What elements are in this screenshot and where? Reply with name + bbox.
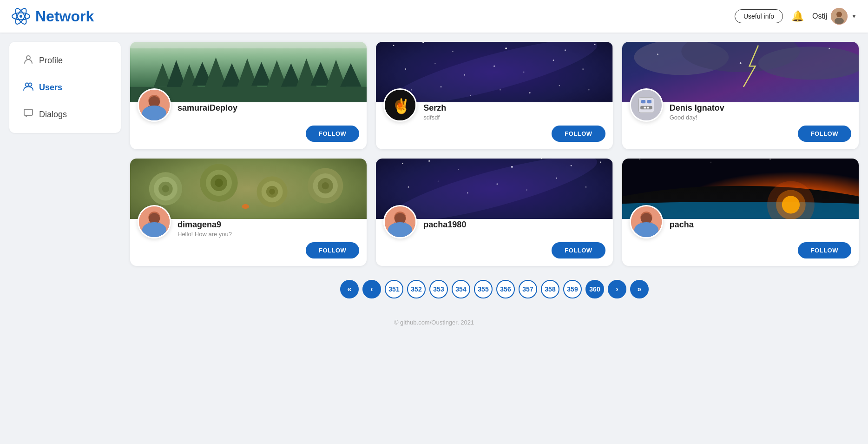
svg-point-36: [506, 47, 507, 49]
card-username: samuraiDeploy: [178, 103, 237, 113]
sidebar-item-dialogs[interactable]: Dialogs: [13, 101, 117, 127]
card-body: samuraiDeploy FOLLOW: [130, 88, 367, 149]
card-user-info: pacha: [670, 205, 694, 230]
svg-rect-68: [641, 100, 645, 103]
first-page-button[interactable]: «: [340, 280, 359, 298]
card-user-info: samuraiDeploy: [178, 88, 237, 113]
page-button-357[interactable]: 357: [519, 280, 537, 298]
react-logo-icon: [11, 7, 31, 26]
svg-rect-72: [647, 107, 649, 109]
svg-point-52: [559, 85, 560, 86]
footer: © github.com/Oustinger, 2021: [0, 308, 868, 337]
svg-point-93: [145, 231, 164, 239]
useful-info-button[interactable]: Useful info: [735, 9, 783, 23]
card-profile-area: pacha: [630, 205, 851, 239]
svg-point-102: [600, 161, 602, 163]
page-button-351[interactable]: 351: [385, 280, 403, 298]
prev-page-button[interactable]: ‹: [362, 280, 381, 298]
app-header: Network Useful info 🔔 Ostij ▼: [0, 0, 868, 33]
svg-point-29: [148, 95, 160, 107]
svg-point-85: [269, 189, 275, 195]
svg-rect-71: [644, 107, 646, 109]
svg-point-112: [394, 212, 406, 224]
svg-point-103: [408, 186, 409, 188]
svg-point-46: [583, 68, 584, 70]
follow-button[interactable]: FOLLOW: [306, 126, 359, 142]
users-grid: samuraiDeploy FOLLOW: [130, 42, 859, 266]
page-button-356[interactable]: 356: [496, 280, 515, 298]
svg-point-127: [637, 231, 655, 239]
main-layout: Profile Users Dialogs: [0, 33, 868, 308]
next-page-button[interactable]: ›: [608, 280, 626, 298]
card-username: Serzh: [423, 103, 446, 113]
svg-point-58: [398, 103, 403, 108]
logo[interactable]: Network: [11, 7, 94, 26]
card-user-info: pacha1980: [423, 205, 466, 230]
chevron-down-icon: ▼: [851, 13, 857, 20]
card-follow-row: FOLLOW: [138, 126, 359, 142]
card-follow-row: FOLLOW: [630, 126, 851, 142]
card-avatar: [383, 205, 417, 239]
card-username: dimagena9: [178, 220, 232, 230]
sidebar-users-label: Users: [39, 83, 62, 93]
card-body: dimagena9 Hello! How are you? FOLLOW: [130, 205, 367, 266]
card-status: sdfsdf: [423, 114, 446, 121]
svg-point-28: [139, 90, 170, 120]
svg-point-3: [20, 15, 22, 18]
svg-point-109: [585, 186, 587, 188]
page-button-358[interactable]: 358: [541, 280, 559, 298]
card-profile-area: pacha1980: [383, 205, 605, 239]
user-card: ✌️ Serzh sdfsdf FOLLOW: [376, 42, 612, 149]
bell-icon[interactable]: 🔔: [791, 10, 804, 22]
card-follow-row: FOLLOW: [383, 242, 605, 258]
svg-point-91: [139, 206, 170, 237]
card-user-info: dimagena9 Hello! How are you?: [178, 205, 232, 238]
svg-rect-27: [130, 42, 367, 48]
app-title: Network: [35, 8, 94, 25]
card-follow-row: FOLLOW: [630, 242, 851, 258]
sidebar-item-profile[interactable]: Profile: [13, 47, 117, 73]
svg-point-7: [26, 56, 30, 60]
card-avatar: [630, 88, 663, 122]
svg-point-126: [640, 212, 652, 224]
last-page-button[interactable]: »: [630, 280, 649, 298]
svg-rect-10: [24, 109, 33, 115]
user-avatar: [831, 8, 848, 25]
card-avatar: [138, 88, 171, 122]
page-button-359[interactable]: 359: [563, 280, 582, 298]
card-status: Good day!: [670, 114, 724, 121]
user-card: pacha FOLLOW: [622, 159, 859, 266]
sidebar-item-users[interactable]: Users: [13, 74, 117, 100]
card-profile-area: samuraiDeploy: [138, 88, 359, 122]
follow-button[interactable]: FOLLOW: [798, 242, 851, 258]
svg-rect-69: [647, 100, 651, 103]
page-button-360[interactable]: 360: [585, 280, 604, 298]
card-body: ✌️ Serzh sdfsdf FOLLOW: [376, 88, 612, 149]
svg-point-113: [391, 231, 409, 239]
follow-button[interactable]: FOLLOW: [552, 126, 605, 142]
svg-point-9: [29, 83, 32, 86]
footer-text: © github.com/Oustinger, 2021: [394, 319, 474, 326]
follow-button[interactable]: FOLLOW: [552, 242, 605, 258]
user-menu[interactable]: Ostij ▼: [812, 8, 857, 25]
card-follow-row: FOLLOW: [138, 242, 359, 258]
follow-button[interactable]: FOLLOW: [798, 126, 851, 142]
card-follow-row: FOLLOW: [383, 126, 605, 142]
card-status: Hello! How are you?: [178, 231, 232, 238]
page-button-355[interactable]: 355: [474, 280, 493, 298]
svg-point-81: [215, 179, 223, 187]
sidebar-profile-label: Profile: [39, 56, 63, 66]
follow-button[interactable]: FOLLOW: [306, 242, 359, 258]
card-body: pacha1980 FOLLOW: [376, 205, 612, 266]
sidebar-dialogs-label: Dialogs: [39, 110, 67, 119]
page-button-354[interactable]: 354: [452, 280, 470, 298]
svg-point-65: [657, 53, 658, 55]
card-avatar: [630, 205, 663, 239]
page-button-352[interactable]: 352: [407, 280, 426, 298]
user-card: Denis Ignatov Good day! FOLLOW: [622, 42, 859, 149]
page-button-353[interactable]: 353: [429, 280, 448, 298]
user-name-label: Ostij: [812, 12, 827, 20]
card-profile-area: Denis Ignatov Good day!: [630, 88, 851, 122]
main-content: samuraiDeploy FOLLOW: [130, 42, 859, 298]
svg-point-30: [145, 114, 164, 122]
